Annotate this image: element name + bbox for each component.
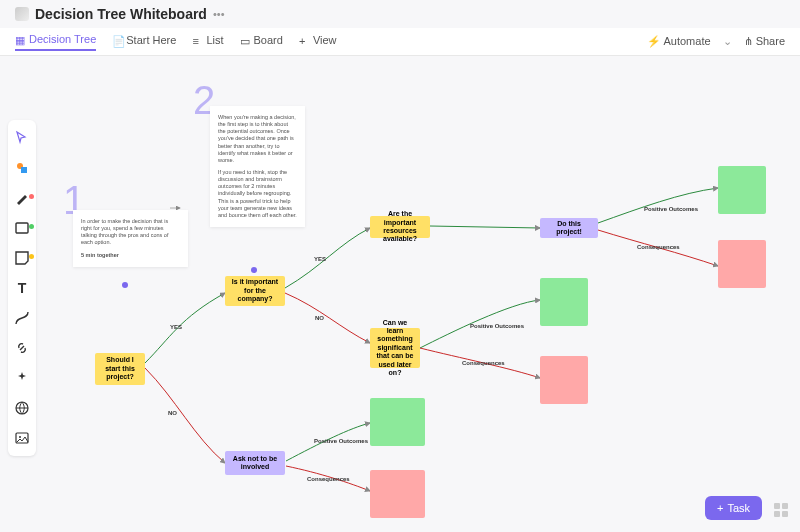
node-positive-outcome[interactable] — [718, 166, 766, 214]
edge-label-consequences: Consequences — [637, 244, 680, 250]
whiteboard-icon: ▦ — [15, 34, 25, 44]
edge-label-positive: Positive Outcomes — [314, 438, 368, 444]
tab-label: Board — [254, 34, 283, 46]
svg-rect-2 — [16, 223, 28, 233]
edge-label-yes: YES — [314, 256, 326, 262]
grip-icon[interactable] — [774, 503, 788, 517]
more-icon[interactable]: ••• — [213, 8, 225, 20]
tab-decision-tree[interactable]: ▦Decision Tree — [15, 33, 96, 51]
node-consequence[interactable] — [370, 470, 425, 518]
board-icon: ▭ — [240, 35, 250, 45]
svg-point-5 — [19, 436, 21, 438]
automate-label: Automate — [663, 35, 710, 47]
edge-label-consequences: Consequences — [307, 476, 350, 482]
tab-list[interactable]: ≡List — [192, 34, 223, 50]
tool-sidebar: T — [8, 120, 36, 456]
share-button[interactable]: ⋔ Share — [744, 35, 785, 48]
edge-label-yes: YES — [170, 324, 182, 330]
tab-label: View — [313, 34, 337, 46]
edge-label-positive: Positive Outcomes — [470, 323, 524, 329]
plus-icon: + — [717, 502, 723, 514]
task-label: Task — [727, 502, 750, 514]
instruction-1: In order to make the decision that is ri… — [73, 210, 188, 267]
image-tool-icon[interactable] — [14, 430, 30, 446]
node-ask-not[interactable]: Ask not to be involved — [225, 451, 285, 475]
node-resources[interactable]: Are the important resources available? — [370, 216, 430, 238]
instruction-text: In order to make the decision that is ri… — [81, 218, 180, 247]
node-handle[interactable] — [122, 282, 128, 288]
connector-tool-icon[interactable] — [14, 310, 30, 326]
sticky-tool-icon[interactable] — [14, 250, 30, 266]
app-icon — [15, 7, 29, 21]
tab-label: Start Here — [126, 34, 176, 46]
edge-label-no: NO — [315, 315, 324, 321]
text-tool-icon[interactable]: T — [14, 280, 30, 296]
edge-label-positive: Positive Outcomes — [644, 206, 698, 212]
rect-tool-icon[interactable] — [14, 220, 30, 236]
instruction-text: If you need to think, stop the discussio… — [218, 169, 297, 219]
node-consequence[interactable] — [540, 356, 588, 404]
doc-icon: 📄 — [112, 35, 122, 45]
tab-start-here[interactable]: 📄Start Here — [112, 34, 176, 50]
cursor-tool-icon[interactable] — [14, 130, 30, 146]
instruction-time: 5 min together — [81, 252, 180, 259]
edge-label-no: NO — [168, 410, 177, 416]
instruction-2: When you're making a decision, the first… — [210, 106, 305, 227]
task-button[interactable]: +Task — [705, 496, 762, 520]
ai-tool-icon[interactable] — [14, 370, 30, 386]
automate-chevron-icon[interactable]: ⌄ — [723, 35, 732, 48]
web-tool-icon[interactable] — [14, 400, 30, 416]
shapes-tool-icon[interactable] — [14, 160, 30, 176]
tab-label: Decision Tree — [29, 33, 96, 45]
edges — [0, 28, 800, 532]
node-positive-outcome[interactable] — [370, 398, 425, 446]
tab-label: List — [206, 34, 223, 46]
node-should-start[interactable]: Should I start this project? — [95, 353, 145, 385]
node-do-project[interactable]: Do this project! — [540, 218, 598, 238]
instruction-text: When you're making a decision, the first… — [218, 114, 297, 164]
pen-tool-icon[interactable] — [14, 190, 30, 206]
edge-label-consequences: Consequences — [462, 360, 505, 366]
page-title: Decision Tree Whiteboard — [35, 6, 207, 22]
svg-rect-1 — [21, 167, 27, 173]
whiteboard-canvas[interactable]: 1 In order to make the decision that is … — [0, 28, 800, 532]
plus-icon: + — [299, 35, 309, 45]
list-icon: ≡ — [192, 35, 202, 45]
tab-board[interactable]: ▭Board — [240, 34, 283, 50]
node-handle[interactable] — [251, 267, 257, 273]
automate-button[interactable]: ⚡ Automate — [647, 35, 711, 48]
node-consequence[interactable] — [718, 240, 766, 288]
tab-add-view[interactable]: +View — [299, 34, 337, 50]
node-positive-outcome[interactable] — [540, 278, 588, 326]
link-tool-icon[interactable] — [14, 340, 30, 356]
share-label: Share — [756, 35, 785, 47]
node-important-company[interactable]: Is it important for the company? — [225, 276, 285, 306]
node-learn-later[interactable]: Can we learn something significant that … — [370, 328, 420, 368]
